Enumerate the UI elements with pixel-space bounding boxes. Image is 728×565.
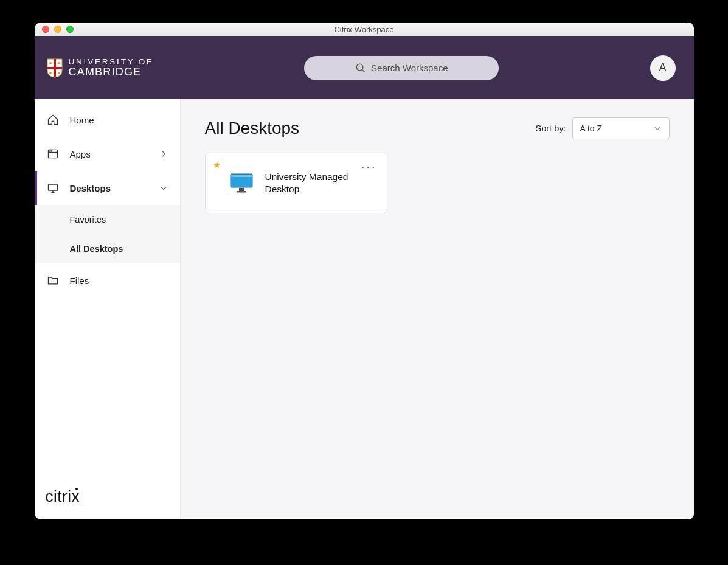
brand-logo: UNIVERSITY OF CAMBRIDGE: [47, 58, 154, 78]
folder-icon: [47, 274, 59, 286]
minimize-window-button[interactable]: [54, 26, 61, 33]
svg-rect-18: [239, 188, 244, 191]
desktop-monitor-icon: [227, 173, 255, 193]
sort-label: Sort by:: [536, 123, 566, 133]
brand-line2: CAMBRIDGE: [69, 66, 154, 78]
titlebar: Citrix Workspace: [35, 23, 694, 36]
sidebar-item-home[interactable]: Home: [35, 103, 180, 137]
sidebar-footer: citrix: [35, 487, 180, 519]
card-label: University Managed Desktop: [265, 171, 362, 195]
desktop-icon: [47, 182, 59, 194]
svg-point-6: [356, 64, 363, 71]
user-avatar[interactable]: A: [650, 55, 676, 81]
svg-point-3: [58, 62, 60, 64]
window-title: Citrix Workspace: [35, 25, 694, 34]
citrix-logo: citrix: [46, 487, 80, 506]
svg-rect-17: [231, 175, 252, 177]
body: Home Apps: [35, 99, 694, 519]
desktop-cards: ★ ··· University Managed Desktop: [205, 153, 670, 213]
sort-select[interactable]: A to Z: [572, 117, 670, 139]
user-initial: A: [659, 61, 666, 74]
app-window: Citrix Workspace UNIVERSITY OF CAMBRIDGE: [35, 23, 694, 519]
sidebar: Home Apps: [35, 99, 181, 519]
svg-point-4: [49, 72, 52, 74]
subnav-favorites[interactable]: Favorites: [35, 205, 180, 234]
chevron-right-icon: [159, 150, 168, 158]
desktops-subnav: Favorites All Desktops: [35, 205, 180, 263]
chevron-down-icon: [159, 184, 168, 192]
cambridge-shield-icon: [47, 58, 63, 78]
sidebar-item-label: Files: [70, 276, 89, 286]
svg-line-7: [362, 69, 365, 72]
home-icon: [47, 114, 59, 126]
subnav-label: All Desktops: [70, 244, 123, 254]
sidebar-item-label: Desktops: [70, 183, 111, 193]
fullscreen-window-button[interactable]: [66, 26, 74, 33]
apps-icon: [47, 148, 59, 160]
sidebar-item-label: Apps: [70, 149, 91, 159]
svg-rect-1: [54, 59, 56, 77]
main-content: All Desktops Sort by: A to Z ★ ···: [181, 99, 694, 519]
favorite-star-icon[interactable]: ★: [213, 159, 221, 170]
svg-point-11: [51, 151, 52, 151]
sort-control: Sort by: A to Z: [536, 117, 670, 139]
close-window-button[interactable]: [42, 26, 49, 33]
search-icon: [355, 63, 366, 74]
main-header: All Desktops Sort by: A to Z: [205, 117, 670, 139]
header: UNIVERSITY OF CAMBRIDGE Search Workspace…: [35, 36, 694, 99]
card-more-button[interactable]: ···: [361, 164, 377, 169]
sidebar-item-label: Home: [70, 115, 94, 125]
sidebar-item-apps[interactable]: Apps: [35, 137, 180, 171]
page-title: All Desktops: [205, 119, 300, 138]
search-placeholder: Search Workspace: [371, 63, 448, 73]
sidebar-item-files[interactable]: Files: [35, 263, 180, 297]
subnav-all-desktops[interactable]: All Desktops: [35, 234, 180, 263]
svg-point-2: [49, 62, 52, 64]
sort-value: A to Z: [580, 123, 603, 133]
window-controls: [42, 26, 74, 33]
svg-point-5: [58, 72, 60, 74]
svg-rect-12: [48, 184, 57, 190]
nav: Home Apps: [35, 99, 180, 487]
svg-point-10: [49, 151, 50, 151]
chevron-down-icon: [653, 124, 662, 133]
svg-rect-19: [237, 191, 246, 193]
search-input[interactable]: Search Workspace: [304, 56, 499, 80]
sidebar-item-desktops[interactable]: Desktops: [35, 171, 180, 205]
brand-line1: UNIVERSITY OF: [69, 58, 154, 66]
subnav-label: Favorites: [70, 215, 106, 224]
desktop-card[interactable]: ★ ··· University Managed Desktop: [205, 153, 387, 213]
